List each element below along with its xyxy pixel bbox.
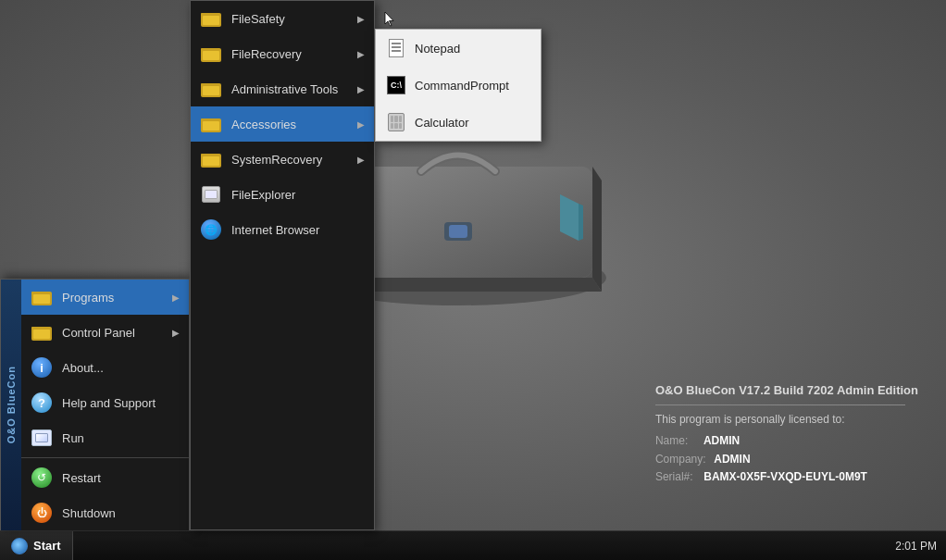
programs-label: Programs [62,291,163,305]
about-label: About... [62,361,180,375]
info-title: O&O BlueCon V17.2 Build 7202 Admin Editi… [655,381,918,401]
menu-item-programs[interactable]: Programs ▶ [21,280,189,315]
accessories-submenu: Notepad C:\ CommandPrompt Ca [375,29,541,142]
submenu-item-internet-browser[interactable]: 🌐 Internet Browser [191,212,374,247]
menu-item-control-panel[interactable]: Control Panel ▶ [21,315,189,350]
info-serial-label: Serial#: [655,470,693,483]
start-button[interactable]: Start [0,531,73,560]
shutdown-icon: ⏻ [31,502,53,524]
filesafety-label: FileSafety [231,12,348,26]
filerecovery-label: FileRecovery [231,47,348,61]
info-serial-value: BAMX-0X5F-VXQD-EUYL-0M9T [703,470,867,483]
notepad-icon [385,37,407,59]
admin-tools-label: Administrative Tools [231,82,348,96]
menu-item-run[interactable]: Run [21,420,189,455]
taskbar: Start 2:01 PM [0,530,946,560]
admin-tools-icon [200,78,222,100]
info-name-value: ADMIN [703,434,740,447]
submenu-item-filerecovery[interactable]: FileRecovery ▶ [191,36,374,71]
menu-items-container: Programs ▶ Control Panel ▶ i About... [21,280,189,530]
mouse-cursor [384,11,395,28]
start-menu: O&O BlueCon Programs ▶ Control Panel ▶ [0,279,190,530]
filesafety-arrow: ▶ [357,14,365,24]
submenu-item-admin-tools[interactable]: Administrative Tools ▶ [191,71,374,106]
control-panel-label: Control Panel [62,326,163,340]
info-serial-row: Serial#: BAMX-0X5F-VXQD-EUYL-0M9T [655,468,918,486]
info-name-label: Name: [655,434,688,447]
notepad-label: Notepad [415,42,460,56]
menu-divider [21,457,189,458]
accessories-submenu-calculator[interactable]: Calculator [376,104,541,141]
programs-icon [31,286,53,308]
brand-label: O&O BlueCon [1,280,21,530]
svg-rect-4 [449,225,467,238]
menu-item-shutdown[interactable]: ⏻ Shutdown [21,495,189,530]
programs-arrow: ▶ [172,292,180,303]
calculator-label: Calculator [415,116,469,130]
calculator-icon [385,111,407,133]
restart-icon: ↺ [31,467,53,489]
info-company-row: Company: ADMIN [655,451,918,468]
cmd-icon: C:\ [385,74,407,96]
restart-label: Restart [62,471,180,485]
shutdown-label: Shutdown [62,506,180,520]
programs-submenu: FileSafety ▶ FileRecovery ▶ Administrati… [190,0,375,530]
internet-browser-icon: 🌐 [200,218,222,241]
submenu-item-accessories[interactable]: Accessories ▶ [191,106,374,142]
brand-text: O&O BlueCon [6,366,17,443]
control-panel-icon [31,321,53,343]
start-label: Start [33,539,61,553]
filesafety-icon [200,7,222,30]
fileexplorer-icon [200,183,222,205]
info-subtitle: This program is personally licensed to: [655,411,918,429]
run-label: Run [62,431,180,445]
systemrecovery-icon [200,148,222,170]
menu-item-about[interactable]: i About... [21,350,189,385]
accessories-arrow: ▶ [357,119,365,130]
fileexplorer-label: FileExplorer [231,188,365,202]
systemrecovery-arrow: ▶ [357,155,365,165]
info-divider [655,404,905,405]
filerecovery-icon [200,43,222,65]
accessories-icon [200,113,222,135]
info-company-label: Company: [655,453,706,466]
filerecovery-arrow: ▶ [357,49,365,59]
submenu-item-systemrecovery[interactable]: SystemRecovery ▶ [191,142,374,177]
internet-browser-label: Internet Browser [231,223,365,237]
admin-tools-arrow: ▶ [357,84,365,94]
help-label: Help and Support [62,396,180,410]
start-orb [11,538,28,554]
info-company-value: ADMIN [714,453,750,466]
taskbar-right: 2:01 PM [895,540,946,553]
help-icon: ? [31,392,53,414]
desktop: O&O BlueCon V17.2 Build 7202 Admin Editi… [0,0,946,560]
submenu-item-fileexplorer[interactable]: FileExplorer [191,177,374,212]
accessories-submenu-notepad[interactable]: Notepad [376,30,541,67]
submenu-item-filesafety[interactable]: FileSafety ▶ [191,1,374,36]
info-name-row: Name: ADMIN [655,432,918,450]
about-icon: i [31,356,53,379]
run-icon [31,427,53,449]
info-panel: O&O BlueCon V17.2 Build 7202 Admin Editi… [655,381,918,486]
clock: 2:01 PM [895,540,937,553]
accessories-submenu-cmd[interactable]: C:\ CommandPrompt [376,67,541,104]
cmd-label: CommandPrompt [415,79,509,93]
menu-item-restart[interactable]: ↺ Restart [21,460,189,495]
control-panel-arrow: ▶ [172,328,180,338]
systemrecovery-label: SystemRecovery [231,153,348,167]
accessories-label: Accessories [231,118,348,131]
menu-item-help[interactable]: ? Help and Support [21,385,189,420]
